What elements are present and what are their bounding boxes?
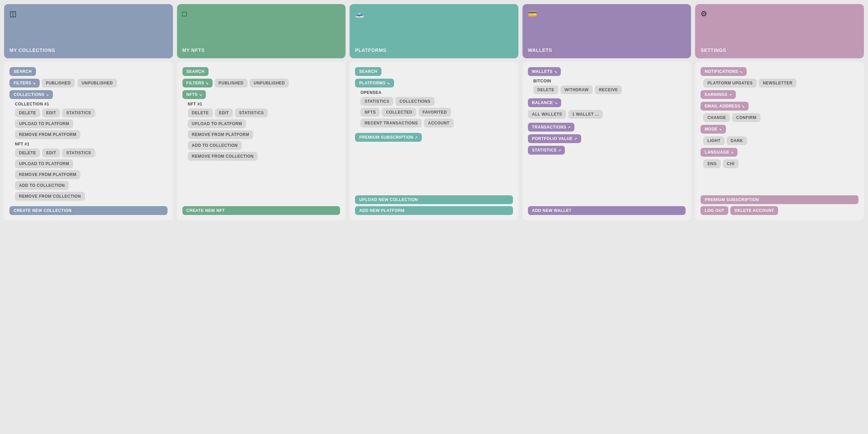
collections-section-btn[interactable]: COLLECTIONS bbox=[9, 90, 53, 99]
collection-1-remove-btn[interactable]: REMOVE FROM PLATFORM bbox=[15, 130, 80, 139]
nfts-nft1-remove-platform-btn[interactable]: REMOVE FROM PLATFORM bbox=[188, 130, 253, 139]
collection-nft1-remove-collection-btn[interactable]: REMOVE FROM COLLECTION bbox=[15, 192, 85, 201]
collection-nft1-group: NFT #1 DELETE EDIT STATISTICS UPLOAD TO … bbox=[9, 142, 167, 201]
settings-notifications-btn[interactable]: NOTIFICATIONS bbox=[701, 67, 746, 76]
wallets-portfolio-btn[interactable]: PORTFOLIO VALUE bbox=[528, 134, 581, 143]
wallets-title: WALLETS bbox=[528, 47, 686, 53]
earnings-arrow-icon bbox=[729, 92, 732, 97]
portfolio-arrow-icon bbox=[574, 136, 577, 141]
opensea-account-btn[interactable]: ACCOUNT bbox=[424, 119, 453, 127]
bitcoin-receive-btn[interactable]: RECEIVE bbox=[595, 85, 622, 94]
create-collection-btn[interactable]: CREATE NEW COLLECTION bbox=[9, 206, 167, 215]
nfts-nft1-edit-btn[interactable]: EDIT bbox=[215, 108, 233, 117]
add-platform-btn[interactable]: ADD NEW PLATFORM bbox=[355, 206, 513, 215]
nfts-published-btn[interactable]: PUBLISHED bbox=[215, 79, 248, 87]
nfts-filter-btn[interactable]: FILTERS bbox=[182, 79, 213, 87]
collection-1-statistics-btn[interactable]: STATISTICS bbox=[62, 108, 95, 117]
notifications-arrow-icon bbox=[739, 69, 742, 74]
settings-delete-btn[interactable]: DELETE ACCOUNT bbox=[730, 206, 778, 215]
platforms-premium-arrow-icon bbox=[415, 135, 417, 140]
email-confirm-btn[interactable]: CONFIRM bbox=[732, 113, 760, 122]
opensea-statistics-btn[interactable]: STATISTICS bbox=[360, 97, 393, 106]
wallets-one-wallet-btn[interactable]: 1 WALLET ... bbox=[568, 110, 603, 119]
collection-nft1-edit-btn[interactable]: EDIT bbox=[42, 149, 60, 157]
collection-1-upload-btn[interactable]: UPLOAD TO PLATFORM bbox=[15, 119, 73, 128]
bitcoin-delete-btn[interactable]: DELETE bbox=[533, 85, 558, 94]
collection-1-delete-btn[interactable]: DELETE bbox=[15, 108, 40, 117]
wallets-wallets-btn[interactable]: WALLETS bbox=[528, 67, 561, 76]
collections-published-btn[interactable]: PUBLISHED bbox=[42, 79, 75, 87]
opensea-collections-btn[interactable]: COLLECTIONS bbox=[395, 97, 434, 106]
nfts-filter-arrow-icon bbox=[205, 81, 208, 85]
settings-premium-btn[interactable]: PREMIUM SUBSCRIPTION bbox=[701, 195, 859, 204]
collections-filter-btn[interactable]: FILTERS bbox=[9, 79, 40, 87]
bitcoin-label: BITCOIN bbox=[533, 79, 686, 83]
nfts-nft1-group: NFT #1 DELETE EDIT STATISTICS UPLOAD TO … bbox=[182, 102, 340, 161]
language-eng-btn[interactable]: ENG bbox=[703, 159, 721, 168]
add-wallet-btn[interactable]: ADD NEW WALLET bbox=[528, 206, 686, 215]
wallets-transactions-btn[interactable]: TRANSACTIONS bbox=[528, 123, 575, 132]
column-settings: ⚙ SETTINGS NOTIFICATIONS PLATFORM UPDATE… bbox=[695, 4, 864, 220]
filter-arrow-icon bbox=[33, 81, 35, 85]
collection-nft1-label: NFT #1 bbox=[15, 142, 167, 146]
settings-email-btn[interactable]: EMAIL ADDRESS bbox=[701, 102, 748, 111]
language-chi-btn[interactable]: CHI bbox=[723, 159, 738, 168]
settings-body: NOTIFICATIONS PLATFORM UPDATES NEWSLETTE… bbox=[695, 62, 864, 220]
bitcoin-withdraw-btn[interactable]: WITHDRAW bbox=[560, 85, 593, 94]
settings-icon: ⚙ bbox=[701, 9, 707, 18]
nfts-section-btn[interactable]: NFTS bbox=[182, 90, 206, 99]
create-nft-btn[interactable]: CREATE NEW NFT bbox=[182, 206, 340, 215]
wallets-body: WALLETS BITCOIN DELETE WITHDRAW RECEIVE … bbox=[522, 62, 691, 220]
opensea-nfts-btn[interactable]: NFTS bbox=[360, 108, 380, 117]
collections-body: SEARCH FILTERS PUBLISHED UNPUBLISHED COL… bbox=[4, 62, 173, 220]
wallets-all-wallets-btn[interactable]: ALL WALLETS bbox=[528, 110, 566, 119]
nfts-nft1-label: NFT #1 bbox=[188, 102, 340, 106]
opensea-collected-btn[interactable]: COLLECTED bbox=[382, 108, 416, 117]
nfts-nft1-upload-btn[interactable]: UPLOAD TO PLATFORM bbox=[188, 119, 246, 128]
nfts-nft1-add-collection-btn[interactable]: ADD TO COLLECTION bbox=[188, 141, 242, 150]
platforms-icon: 🗻 bbox=[355, 9, 364, 18]
settings-mode-btn[interactable]: MODE bbox=[701, 125, 726, 134]
balance-arrow-icon bbox=[554, 100, 557, 105]
upload-collection-btn[interactable]: UPLOAD NEW COLLECTION bbox=[355, 195, 513, 204]
nfts-search-btn[interactable]: SEARCH bbox=[182, 67, 209, 76]
platforms-platforms-btn[interactable]: PLATFORMS bbox=[355, 79, 394, 87]
nfts-nft1-delete-btn[interactable]: DELETE bbox=[188, 108, 213, 117]
settings-earnings-btn[interactable]: EARNINGS bbox=[701, 90, 736, 99]
settings-language-btn[interactable]: LANGUAGE bbox=[701, 148, 737, 157]
opensea-favorited-btn[interactable]: FAVORITED bbox=[418, 108, 451, 117]
collections-search-btn[interactable]: SEARCH bbox=[9, 67, 36, 76]
wallets-balance-btn[interactable]: BALANCE bbox=[528, 98, 561, 107]
mode-dark-btn[interactable]: DARK bbox=[727, 136, 747, 145]
platform-updates-btn[interactable]: PLATFORM UPDATES bbox=[703, 79, 756, 87]
settings-header: ⚙ SETTINGS bbox=[695, 4, 864, 58]
newsletter-btn[interactable]: NEWSLETTER bbox=[759, 79, 796, 87]
collection-nft1-remove-btn[interactable]: REMOVE FROM PLATFORM bbox=[15, 170, 80, 179]
nfts-nft1-remove-collection-btn[interactable]: REMOVE FROM COLLECTION bbox=[188, 152, 258, 161]
collections-unpublished-btn[interactable]: UNPUBLISHED bbox=[78, 79, 117, 87]
collections-arrow-icon bbox=[46, 92, 48, 97]
collections-title: MY COLLECTIONS bbox=[9, 47, 167, 53]
nfts-unpublished-btn[interactable]: UNPUBLISHED bbox=[250, 79, 289, 87]
platforms-premium-btn[interactable]: PREMIUM SUBSCRIPTION bbox=[355, 133, 422, 142]
main-grid: ◫ MY COLLECTIONS SEARCH FILTERS PUBLISHE… bbox=[4, 4, 864, 220]
nfts-header: □ MY NFTS bbox=[177, 4, 346, 58]
settings-logout-btn[interactable]: LOG OUT bbox=[701, 206, 728, 215]
collection-nft1-delete-btn[interactable]: DELETE bbox=[15, 149, 40, 157]
mode-light-btn[interactable]: LIGHT bbox=[703, 136, 724, 145]
collection-nft1-upload-btn[interactable]: UPLOAD TO PLATFORM bbox=[15, 159, 73, 168]
nfts-icon: □ bbox=[182, 9, 187, 18]
collection-nft1-add-collection-btn[interactable]: ADD TO COLLECTION bbox=[15, 181, 69, 190]
column-collections: ◫ MY COLLECTIONS SEARCH FILTERS PUBLISHE… bbox=[4, 4, 173, 220]
platforms-search-btn[interactable]: SEARCH bbox=[355, 67, 381, 76]
mode-arrow-icon bbox=[719, 127, 722, 132]
collection-1-edit-btn[interactable]: EDIT bbox=[42, 108, 60, 117]
nfts-arrow-icon bbox=[199, 92, 202, 97]
email-change-btn[interactable]: CHANGE bbox=[703, 113, 730, 122]
platforms-header: 🗻 PLATFORMS bbox=[350, 4, 518, 58]
wallets-statistics-btn[interactable]: STATISTICS bbox=[528, 146, 565, 155]
opensea-group: OPENSEA STATISTICS COLLECTIONS NFTS COLL… bbox=[355, 90, 513, 127]
collection-nft1-statistics-btn[interactable]: STATISTICS bbox=[62, 149, 95, 157]
opensea-recent-transactions-btn[interactable]: RECENT TRANSACTIONS bbox=[360, 119, 422, 127]
nfts-nft1-statistics-btn[interactable]: STATISTICS bbox=[235, 108, 268, 117]
